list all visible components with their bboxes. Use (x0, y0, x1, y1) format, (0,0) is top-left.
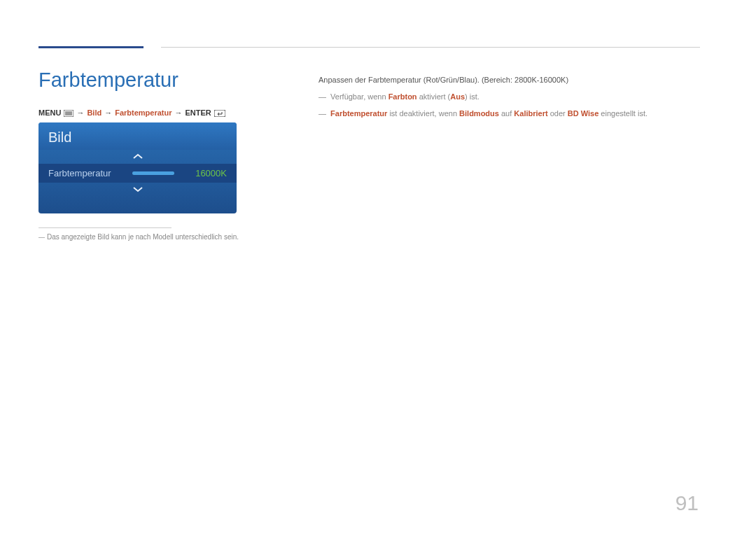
osd-item-row[interactable]: Farbtemperatur 16000K (38, 164, 237, 183)
nav-menu-label: MENU (38, 108, 61, 117)
osd-header: Bild (38, 122, 237, 150)
osd-slider[interactable] (132, 171, 174, 175)
top-accent-bar (38, 46, 144, 48)
nav-enter-label: ENTER (185, 108, 211, 117)
menu-icon (64, 108, 74, 117)
svg-rect-4 (214, 110, 225, 117)
nav-arrow: → (104, 108, 112, 117)
nav-arrow: → (76, 108, 84, 117)
note-line-1: Verfügbar, wenn Farbton aktiviert (Aus) … (318, 90, 700, 104)
nav-farbtemperatur: Farbtemperatur (115, 108, 172, 117)
right-column: Anpassen der Farbtemperatur (Rot/Grün/Bl… (318, 73, 700, 120)
menu-navigation-path: MENU → Bild → Farbtemperatur → ENTER (38, 108, 225, 117)
description-text: Anpassen der Farbtemperatur (Rot/Grün/Bl… (318, 73, 700, 87)
enter-icon (214, 108, 225, 117)
osd-item-label: Farbtemperatur (48, 168, 111, 178)
note-line-2: Farbtemperatur ist deaktiviert, wenn Bil… (318, 107, 700, 121)
osd-arrow-down-row[interactable] (38, 183, 237, 197)
osd-panel: Bild Farbtemperatur 16000K (38, 122, 237, 213)
top-horizontal-rule (161, 47, 700, 48)
nav-arrow: → (174, 108, 182, 117)
osd-slider-fill (132, 171, 174, 175)
short-horizontal-rule (38, 227, 172, 228)
page-title: Farbtemperatur (38, 69, 178, 92)
nav-bild: Bild (87, 108, 102, 117)
page-number: 91 (676, 491, 699, 515)
footnote-left: Das angezeigte Bild kann je nach Modell … (38, 233, 239, 241)
chevron-down-icon (132, 185, 144, 193)
osd-arrow-up-row[interactable] (38, 150, 237, 164)
osd-item-value: 16000K (195, 168, 227, 178)
chevron-up-icon (132, 153, 144, 160)
